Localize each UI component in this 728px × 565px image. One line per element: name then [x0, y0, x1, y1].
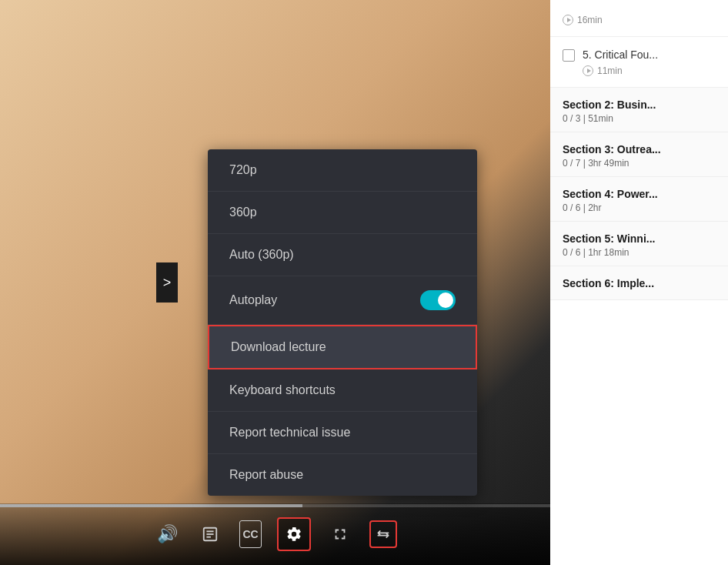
settings-dropdown: 720p 360p Auto (360p) Autoplay Download …	[208, 149, 477, 496]
menu-item-shortcuts[interactable]: Keyboard shortcuts	[208, 369, 477, 412]
lesson-checkbox[interactable]	[563, 49, 575, 62]
section-meta: 0 / 6 | 1hr 18min	[563, 247, 716, 258]
cc-icon[interactable]: CC	[239, 520, 261, 548]
list-item[interactable]: 5. Critical Fou... 11min	[550, 37, 728, 88]
play-icon	[583, 65, 593, 76]
section-title: Section 3: Outrea...	[563, 143, 716, 155]
menu-item-720p[interactable]: 720p	[208, 149, 477, 192]
section-title: Section 2: Busin...	[563, 99, 716, 111]
video-controls: 🔊 CC	[0, 503, 550, 565]
lesson-title: 5. Critical Fou...	[583, 48, 658, 62]
section-title: Section 5: Winni...	[563, 232, 716, 245]
swap-icon[interactable]	[369, 520, 397, 548]
collapse-sidebar-button[interactable]: >	[156, 262, 178, 303]
list-item[interactable]: 16min	[550, 0, 728, 37]
section-title: Section 6: Imple...	[563, 277, 716, 289]
duration-text: 11min	[597, 65, 623, 76]
section-meta: 0 / 6 | 2hr	[563, 202, 716, 213]
section-header[interactable]: Section 2: Busin... 0 / 3 | 51min	[550, 88, 728, 132]
autoplay-toggle[interactable]	[420, 290, 456, 310]
menu-item-autoplay[interactable]: Autoplay	[208, 276, 477, 325]
section-header[interactable]: Section 6: Imple...	[550, 266, 728, 300]
toggle-knob	[438, 293, 453, 308]
menu-item-report-abuse[interactable]: Report abuse	[208, 454, 477, 496]
video-player: 720p 360p Auto (360p) Autoplay Download …	[0, 0, 550, 565]
section-meta: 0 / 7 | 3hr 49min	[563, 158, 716, 169]
volume-icon[interactable]: 🔊	[153, 520, 181, 548]
expand-icon[interactable]	[326, 520, 354, 548]
menu-item-360p[interactable]: 360p	[208, 192, 477, 234]
menu-item-report-technical[interactable]: Report technical issue	[208, 412, 477, 454]
section-header[interactable]: Section 5: Winni... 0 / 6 | 1hr 18min	[550, 222, 728, 266]
gear-button[interactable]	[277, 517, 311, 551]
transcript-icon[interactable]	[196, 520, 224, 548]
section-meta: 0 / 3 | 51min	[563, 113, 716, 124]
duration-text: 16min	[577, 15, 603, 25]
play-icon	[563, 15, 573, 25]
section-header[interactable]: Section 4: Power... 0 / 6 | 2hr	[550, 177, 728, 222]
menu-item-auto[interactable]: Auto (360p)	[208, 234, 477, 276]
section-header[interactable]: Section 3: Outrea... 0 / 7 | 3hr 49min	[550, 132, 728, 177]
menu-item-download[interactable]: Download lecture	[208, 325, 477, 369]
section-title: Section 4: Power...	[563, 188, 716, 200]
course-sidebar: 16min 5. Critical Fou... 11min Section 2…	[550, 0, 728, 565]
